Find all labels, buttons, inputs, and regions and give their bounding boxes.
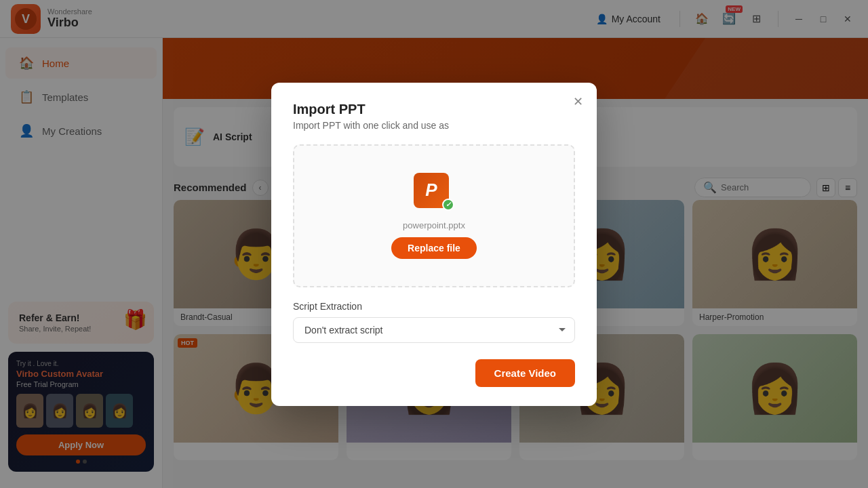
create-video-button[interactable]: Create Video: [475, 359, 575, 387]
import-ppt-modal: ✕ Import PPT Import PPT with one click a…: [271, 83, 597, 406]
ppt-drop-zone[interactable]: P ✓ powerpoint.pptx Replace file: [293, 144, 575, 287]
modal-subtitle: Import PPT with one click and use as: [293, 120, 575, 131]
replace-file-button[interactable]: Replace file: [391, 237, 477, 259]
modal-title: Import PPT: [293, 102, 575, 117]
close-icon: ✕: [573, 94, 583, 109]
script-extraction-select[interactable]: Don't extract script Extract script: [293, 317, 575, 343]
ppt-check-icon: ✓: [442, 199, 454, 211]
modal-close-button[interactable]: ✕: [568, 92, 587, 111]
modal-overlay[interactable]: ✕ Import PPT Import PPT with one click a…: [0, 0, 868, 488]
ppt-filename: powerpoint.pptx: [403, 220, 465, 230]
script-extraction-label: Script Extraction: [293, 301, 575, 312]
ppt-icon-main: P ✓: [414, 173, 449, 208]
ppt-icon-container: P ✓: [414, 173, 454, 214]
modal-actions: Create Video: [293, 359, 575, 387]
